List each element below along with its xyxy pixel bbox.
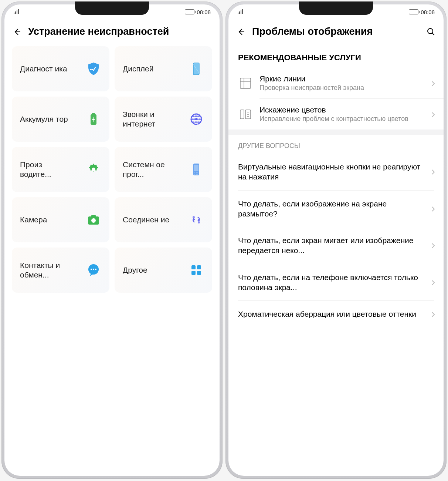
tile-label: Другое [123,265,147,275]
svg-rect-25 [197,271,201,275]
signal-icon [13,9,21,15]
status-time: 08:08 [197,9,211,15]
chevron-right-icon [431,280,436,285]
svg-point-15 [91,218,96,223]
gear-icon [86,162,101,177]
service-subtitle: Проверка неисправностей экрана [259,84,424,92]
svg-point-10 [194,174,195,175]
svg-point-21 [95,269,96,270]
tile-label: Контакты и обмен... [20,260,68,280]
other-questions-heading: ДРУГИЕ ВОПРОСЫ [228,135,444,154]
phone-left: 08:08 Устранение неисправностей Диагност… [1,1,223,479]
battery-icon [185,9,194,14]
lines-icon [238,76,253,91]
question-text: Что делать, если экран мигает или изобра… [238,235,427,256]
category-grid: Диагност ика Дисплей Аккумуля тор Звонки… [4,46,220,293]
chevron-right-icon [431,112,436,117]
service-title: Яркие линии [259,74,424,83]
question-text: Виртуальные навигационные кнопки не реаг… [238,162,427,182]
question-row[interactable]: Виртуальные навигационные кнопки не реаг… [228,154,444,190]
shield-icon [86,61,101,77]
chat-icon [86,262,101,278]
svg-point-11 [196,174,197,175]
tile-label: Диагност ика [20,64,67,74]
grid-icon [189,262,204,278]
back-button[interactable] [12,27,22,37]
svg-point-16 [193,216,195,218]
chevron-right-icon [431,81,436,86]
tile-calls-internet[interactable]: Звонки и интернет [115,97,212,142]
chevron-right-icon [431,206,436,211]
question-row[interactable]: Хроматическая аберрация или цветовые отт… [228,301,444,327]
svg-point-26 [428,28,433,34]
globe-icon [189,111,204,127]
svg-point-4 [92,168,95,171]
screen-left: 08:08 Устранение неисправностей Диагност… [4,4,220,476]
header-right: Проблемы отображения [228,19,444,46]
tile-diagnostics[interactable]: Диагност ика [12,46,109,91]
tile-system[interactable]: Системн ое прог... [115,147,212,192]
tile-contacts[interactable]: Контакты и обмен... [12,248,109,293]
page-title: Устранение неисправностей [28,26,212,37]
tile-performance[interactable]: Произ водите... [12,147,109,192]
question-row[interactable]: Что делать, если изображение на экране р… [228,191,444,227]
svg-rect-30 [240,110,244,119]
service-bright-lines[interactable]: Яркие линии Проверка неисправностей экра… [228,68,444,98]
tile-camera[interactable]: Камера [12,197,109,242]
phone-icon [189,162,204,177]
recommended-heading: РЕКОМЕНДОВАННЫЕ УСЛУГИ [228,46,444,68]
svg-point-12 [197,174,198,175]
chevron-right-icon [431,169,436,174]
status-time: 08:08 [421,9,435,15]
svg-point-17 [198,221,200,223]
svg-point-9 [197,172,198,173]
question-text: Хроматическая аберрация или цветовые отт… [238,309,427,319]
camera-icon [86,212,101,228]
back-button[interactable] [236,27,246,37]
svg-rect-23 [197,265,201,269]
section-gap [228,130,444,135]
svg-rect-27 [240,78,251,88]
svg-rect-14 [91,215,96,217]
battery-icon [409,9,418,14]
chevron-right-icon [431,312,436,317]
link-icon [189,212,204,228]
notch [75,1,149,15]
phone-right: 08:08 Проблемы отображения РЕКОМЕНДОВАНН… [225,1,447,479]
search-button[interactable] [426,27,436,37]
question-text: Что делать, если на телефоне включается … [238,272,427,293]
signal-icon [237,9,245,15]
svg-point-7 [194,172,195,173]
question-row[interactable]: Что делать, если экран мигает или изобра… [228,227,444,264]
service-subtitle: Исправление проблем с контрастностью цве… [259,115,424,123]
svg-point-20 [93,269,94,270]
svg-rect-6 [194,165,198,171]
page-title: Проблемы отображения [252,26,420,37]
tile-connection[interactable]: Соединен ие [115,197,212,242]
tile-label: Произ водите... [20,160,68,179]
display-icon [189,61,204,77]
chevron-right-icon [431,243,436,248]
service-title: Искажение цветов [259,105,424,114]
notch [299,1,373,15]
svg-point-8 [196,172,197,173]
tile-label: Аккумуля тор [20,114,68,124]
tile-other[interactable]: Другое [115,248,212,293]
contrast-icon [238,107,253,122]
question-text: Что делать, если изображение на экране р… [238,199,427,219]
svg-rect-22 [191,265,196,269]
svg-point-19 [91,269,92,270]
svg-rect-24 [191,271,196,275]
tile-label: Камера [20,215,47,225]
service-color-distortion[interactable]: Искажение цветов Исправление проблем с к… [228,99,444,130]
tile-display[interactable]: Дисплей [115,46,212,91]
tile-label: Системн ое прог... [123,160,171,179]
tile-label: Дисплей [123,64,154,74]
tile-label: Соединен ие [123,215,169,225]
battery-tile-icon [86,111,101,127]
tile-battery[interactable]: Аккумуля тор [12,97,109,142]
header-left: Устранение неисправностей [4,19,220,46]
tile-label: Звонки и интернет [123,110,171,129]
svg-rect-2 [92,113,95,115]
question-row[interactable]: Что делать, если на телефоне включается … [228,264,444,301]
